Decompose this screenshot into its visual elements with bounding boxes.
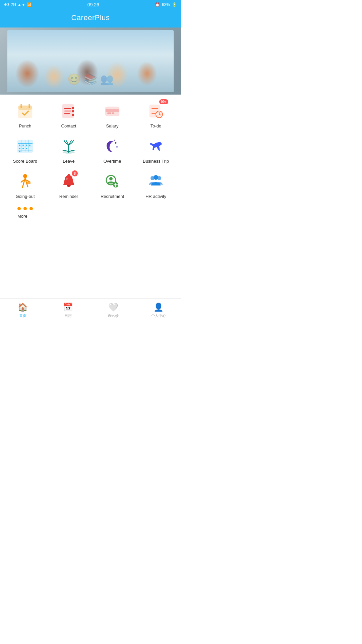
overtime-label: Overtime	[104, 159, 121, 164]
punch-item[interactable]: Punch	[3, 101, 47, 128]
more-dots	[17, 207, 33, 210]
scoreboard-icon	[16, 138, 34, 155]
scoreboard-label: Score Board	[13, 159, 37, 164]
nav-contacts[interactable]: 🤍 通讯录	[90, 303, 136, 318]
svg-point-43	[23, 174, 27, 178]
banner-people-illustration	[7, 30, 174, 92]
punch-label: Punch	[19, 123, 32, 128]
salary-label: Salary	[106, 123, 119, 128]
salary-icon	[104, 102, 121, 120]
business-trip-icon	[147, 138, 165, 155]
contact-icon-wrapper	[59, 101, 78, 121]
recruitment-item[interactable]: Recruitment	[90, 172, 134, 199]
todo-item[interactable]: 99+ To-do	[134, 101, 178, 128]
punch-icon-wrapper	[15, 101, 35, 121]
svg-point-56	[154, 175, 158, 180]
overtime-icon	[104, 138, 121, 155]
more-dot-2	[23, 207, 27, 210]
svg-point-41	[116, 146, 118, 148]
status-time: 09:26	[87, 2, 99, 7]
calendar-icon: 📅	[63, 303, 73, 312]
nav-home-label: 首页	[19, 313, 26, 318]
going-out-label: Going-out	[15, 194, 35, 199]
svg-point-34	[19, 148, 20, 149]
app-title: CareerPlus	[71, 13, 110, 22]
svg-rect-7	[72, 114, 74, 116]
nav-contacts-label: 通讯录	[108, 313, 119, 318]
salary-item[interactable]: Salary	[90, 101, 134, 128]
status-bar: 4G 2G ▲▼ 📶 09:26 ⏰ 63% 🔋	[0, 0, 181, 9]
reminder-item[interactable]: 8 Reminder	[47, 172, 90, 199]
hr-activity-item[interactable]: HR activity	[134, 172, 178, 199]
svg-rect-5	[72, 107, 74, 109]
status-battery: ⏰ 63% 🔋	[155, 2, 177, 7]
svg-point-42	[114, 140, 115, 141]
hr-activity-icon	[147, 173, 165, 190]
svg-point-47	[66, 178, 68, 180]
svg-rect-1	[18, 106, 32, 110]
svg-point-37	[19, 151, 20, 152]
svg-point-33	[29, 145, 31, 146]
contact-icon	[60, 102, 77, 120]
svg-point-46	[68, 174, 70, 176]
more-dot-3	[29, 207, 33, 210]
svg-point-35	[22, 148, 24, 149]
reminder-icon-wrapper: 8	[59, 172, 78, 191]
nav-profile-label: 个人中心	[151, 313, 166, 318]
svg-point-30	[19, 145, 20, 146]
going-out-item[interactable]: Going-out	[3, 172, 47, 199]
todo-badge: 99+	[159, 99, 168, 104]
leave-icon	[60, 138, 77, 155]
salary-icon-wrapper	[103, 101, 122, 121]
home-icon: 🏠	[18, 303, 28, 312]
status-network: 4G 2G ▲▼ 📶	[4, 2, 32, 7]
svg-rect-6	[72, 110, 74, 112]
recruitment-icon	[104, 173, 121, 190]
scoreboard-icon-wrapper	[15, 137, 35, 156]
punch-icon	[16, 102, 34, 120]
profile-icon: 👤	[154, 303, 164, 312]
todo-label: To-do	[150, 123, 162, 128]
banner-image	[0, 28, 181, 95]
svg-point-31	[22, 145, 24, 146]
scoreboard-item[interactable]: Score Board	[3, 137, 47, 164]
leave-item[interactable]: Leave	[47, 137, 90, 164]
contact-item[interactable]: Contact	[47, 101, 90, 128]
going-out-icon	[16, 173, 34, 190]
todo-icon	[147, 102, 165, 120]
reminder-badge: 8	[72, 170, 78, 176]
contacts-icon: 🤍	[108, 303, 118, 312]
overtime-icon-wrapper	[103, 137, 122, 156]
svg-point-36	[26, 148, 27, 149]
business-trip-item[interactable]: Business Trip	[134, 137, 178, 164]
svg-rect-44	[27, 181, 31, 184]
nav-calendar[interactable]: 📅 日历	[45, 303, 90, 318]
icon-grid: Punch Contact Salary	[0, 95, 181, 199]
recruitment-label: Recruitment	[101, 194, 124, 199]
overtime-item[interactable]: Overtime	[90, 137, 134, 164]
more-dot-1	[17, 207, 21, 210]
nav-home[interactable]: 🏠 首页	[0, 303, 45, 318]
leave-label: Leave	[63, 159, 74, 164]
app-header: CareerPlus	[0, 9, 181, 28]
svg-point-49	[109, 177, 113, 180]
going-out-icon-wrapper	[15, 172, 35, 191]
svg-point-32	[26, 145, 27, 146]
leave-icon-wrapper	[59, 137, 78, 156]
todo-icon-wrapper: 99+	[146, 101, 166, 121]
contact-label: Contact	[61, 123, 76, 128]
bottom-nav: 🏠 首页 📅 日历 🤍 通讯录 👤 个人中心	[0, 299, 181, 322]
reminder-label: Reminder	[59, 194, 78, 199]
hr-activity-icon-wrapper	[146, 172, 166, 191]
nav-calendar-label: 日历	[64, 313, 72, 318]
hr-activity-label: HR activity	[145, 194, 166, 199]
more-section[interactable]: More	[0, 199, 181, 219]
recruitment-icon-wrapper	[103, 172, 122, 191]
svg-point-40	[115, 142, 117, 144]
business-trip-label: Business Trip	[143, 159, 169, 164]
svg-rect-12	[106, 109, 119, 112]
nav-profile[interactable]: 👤 个人中心	[136, 303, 181, 318]
business-trip-icon-wrapper	[146, 137, 166, 156]
more-label: More	[17, 214, 27, 219]
